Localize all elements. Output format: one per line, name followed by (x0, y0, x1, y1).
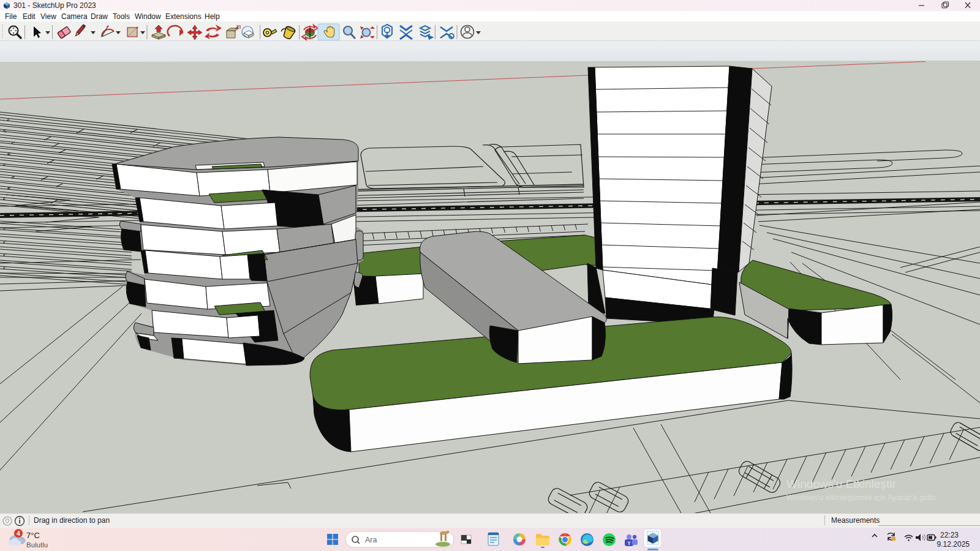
svg-text:4: 4 (17, 530, 20, 537)
svg-text:Windows'u Etkinleştir: Windows'u Etkinleştir (786, 478, 897, 490)
svg-text:Windows'u etkinleştirmek için: Windows'u etkinleştirmek için Ayarlar'a … (786, 493, 938, 502)
svg-text:T: T (628, 541, 631, 546)
svg-text:Ara: Ara (365, 536, 377, 544)
svg-text:9.12.2025: 9.12.2025 (937, 540, 970, 549)
svg-text:22:23: 22:23 (940, 531, 959, 539)
svg-text:Bulutlu: Bulutlu (26, 541, 48, 549)
svg-text:7°C: 7°C (26, 531, 40, 540)
